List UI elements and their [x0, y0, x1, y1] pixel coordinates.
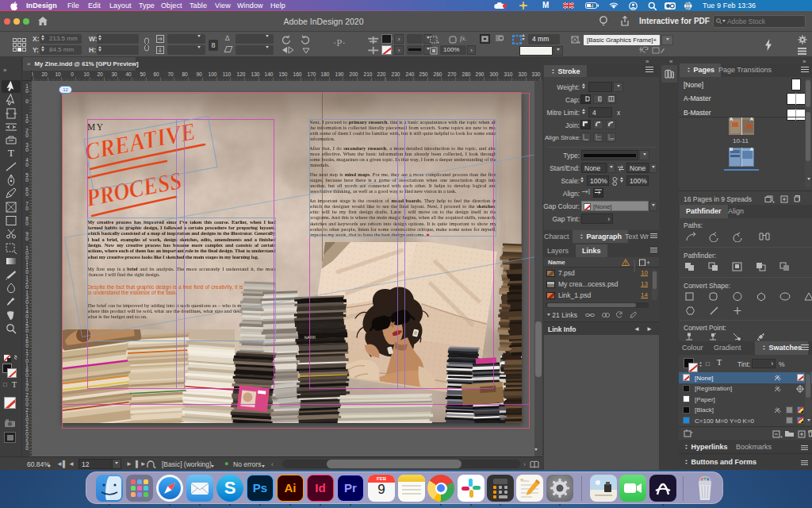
svg-text:“: “ [520, 477, 524, 485]
